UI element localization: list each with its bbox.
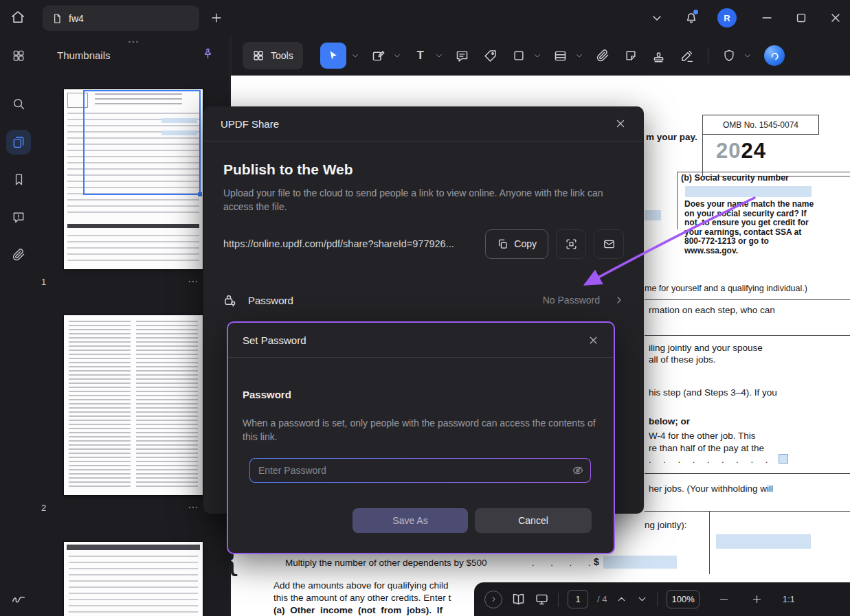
paperclip-icon [12, 248, 25, 262]
sidebar-item-attachments[interactable] [6, 242, 31, 267]
pdf-rule [702, 115, 703, 176]
avatar[interactable]: R [717, 8, 737, 27]
comment-tool[interactable] [453, 44, 472, 67]
pdf-text: 20 [716, 139, 741, 163]
thumbnail-image[interactable] [64, 89, 203, 269]
sticker-tool[interactable] [621, 44, 640, 67]
tools-button[interactable]: Tools [243, 42, 303, 69]
organize-tool-chevron[interactable] [574, 51, 584, 60]
form-checkbox[interactable] [779, 454, 788, 464]
attachment-tool[interactable] [593, 44, 612, 67]
pdf-text: this the amount of any other credits. En… [273, 593, 451, 603]
thumbnail-page-2[interactable]: 2 [64, 315, 203, 520]
sidebar-item-thumbnails[interactable] [6, 130, 31, 155]
set-password-title: Set Password [243, 334, 306, 346]
copy-icon [497, 238, 508, 250]
pdf-text: ng jointly): [645, 520, 687, 530]
updf-ai-icon [768, 49, 781, 62]
page-number-input[interactable]: 1 [568, 590, 588, 608]
toggle-password-visibility-button[interactable] [572, 464, 584, 477]
home-button[interactable] [10, 10, 25, 25]
mini-text-lines [67, 235, 199, 265]
pdf-text: $ [594, 556, 599, 567]
qr-code-button[interactable] [556, 229, 586, 259]
presentation-button[interactable] [535, 592, 549, 606]
maximize-button[interactable] [794, 11, 808, 25]
pin-panel-button[interactable] [201, 47, 214, 60]
pdf-text: re than half of the pay at the [649, 443, 764, 453]
comment-bubble-icon [12, 210, 25, 224]
save-button[interactable]: Save As [353, 508, 468, 533]
email-share-button[interactable] [594, 229, 624, 259]
share-url[interactable]: https://online.updf.com/pdf/share?shareI… [223, 238, 478, 249]
form-field[interactable] [645, 210, 661, 220]
chevron-up-icon [616, 593, 627, 605]
share-modal-header: UPDF Share [203, 106, 644, 141]
next-page-button[interactable] [636, 593, 648, 605]
minimize-button[interactable] [760, 11, 774, 25]
select-tool-chevron[interactable] [350, 51, 360, 60]
thumbnail-image[interactable] [64, 542, 203, 616]
pdf-text: W-4 for the other job. This [649, 431, 756, 441]
batch-signature-button[interactable] [6, 586, 31, 611]
edit-tool[interactable] [369, 44, 388, 67]
tab-title: fw4 [69, 13, 84, 24]
panel-more-icon[interactable] [126, 37, 141, 49]
notifications-button[interactable] [684, 10, 699, 25]
close-window-button[interactable] [829, 11, 842, 25]
password-row[interactable]: Password No Password [223, 285, 625, 315]
password-description: When a password is set, only people with… [243, 416, 596, 444]
collapse-bar-button[interactable] [484, 591, 502, 608]
select-tool[interactable] [320, 43, 346, 69]
sidebar-item-bookmarks[interactable] [6, 167, 31, 192]
page-more-button[interactable] [186, 277, 200, 286]
edit-tool-chevron[interactable] [392, 51, 402, 60]
close-icon [588, 334, 599, 346]
cancel-button[interactable]: Cancel [475, 508, 592, 533]
zoom-level[interactable]: 100% [667, 590, 699, 608]
pin-icon [201, 47, 214, 60]
form-field[interactable] [685, 186, 812, 197]
form-field[interactable] [603, 556, 677, 569]
form-field[interactable] [716, 534, 811, 549]
signature-tool[interactable] [678, 44, 697, 67]
viewport-handle[interactable] [198, 192, 202, 196]
zoom-in-button[interactable] [751, 593, 763, 605]
protect-tool[interactable] [719, 44, 739, 67]
window-menu-button[interactable] [650, 11, 664, 25]
annotate-tool[interactable] [481, 44, 500, 67]
copy-link-button[interactable]: Copy [485, 229, 548, 259]
thumbnail-page-3[interactable] [64, 542, 203, 616]
mini-section-bar [67, 224, 199, 228]
sidebar-item-apps[interactable] [6, 43, 31, 68]
pdf-rule [709, 511, 710, 574]
thumbnail-meta: 1 [40, 269, 203, 294]
sidebar-item-comments[interactable] [6, 205, 31, 229]
new-tab-button[interactable] [210, 11, 223, 25]
fit-actual-size-button[interactable]: 1:1 [783, 594, 795, 604]
updf-ai-button[interactable] [764, 45, 785, 66]
visible-area-rect[interactable] [83, 90, 201, 195]
text-tool-chevron[interactable] [434, 51, 444, 60]
set-password-close-button[interactable] [588, 334, 599, 346]
protect-tool-chevron[interactable] [743, 51, 752, 60]
reader-view-button[interactable] [511, 592, 526, 606]
password-input[interactable] [250, 459, 590, 482]
stamp-tool[interactable] [649, 44, 669, 67]
pages-icon [12, 135, 25, 149]
thumbnail-page-1[interactable]: 1 [64, 89, 203, 294]
shape-tool-chevron[interactable] [533, 51, 542, 60]
mini-text-lines [69, 556, 198, 616]
qr-code-icon [565, 238, 578, 251]
share-modal-title: UPDF Share [221, 118, 279, 130]
text-tool[interactable]: T [411, 44, 430, 67]
previous-page-button[interactable] [616, 593, 627, 605]
page-more-button[interactable] [186, 503, 200, 512]
share-modal-close-button[interactable] [614, 117, 627, 130]
zoom-out-button[interactable] [718, 593, 730, 605]
sidebar-item-search[interactable] [6, 91, 31, 116]
shape-tool[interactable] [509, 44, 528, 67]
organize-tool[interactable] [551, 44, 570, 67]
thumbnail-image[interactable] [64, 315, 203, 495]
document-tab[interactable]: fw4 [43, 5, 199, 31]
